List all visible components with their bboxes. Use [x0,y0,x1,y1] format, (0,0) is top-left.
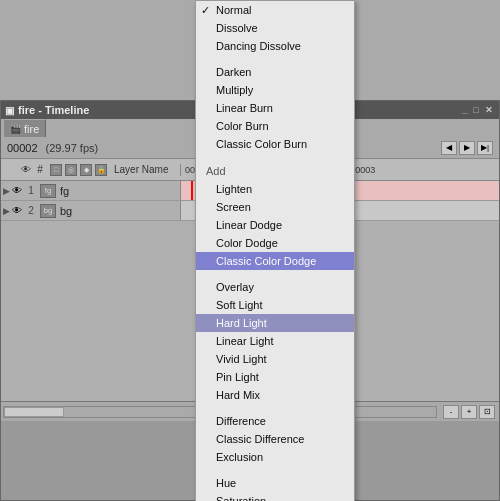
minimize-icon[interactable]: _ [461,105,470,115]
ruler-0003: 0003 [355,165,375,175]
menu-item-hard-light[interactable]: Hard Light [196,314,354,332]
eye-col-header: 👁 [21,164,31,175]
expand-arrow-1[interactable]: ▶ [3,186,10,196]
layer-icons-header: □ ◎ ◆ 🔒 [49,164,108,176]
timeline-title: fire - Timeline [18,104,89,116]
titlebar-icons: _ □ ✕ [461,105,495,115]
menu-item-hue[interactable]: Hue [196,474,354,492]
visibility-icon-1[interactable]: 👁 [12,185,22,196]
timeline-icon: ▣ [5,105,14,116]
menu-item-difference[interactable]: Difference [196,412,354,430]
separator-1 [196,55,354,63]
menu-item-darken[interactable]: Darken [196,63,354,81]
menu-item-color-burn[interactable]: Color Burn [196,117,354,135]
layer-header-left: 👁 # □ ◎ ◆ 🔒 Layer Name [1,164,181,176]
zoom-in-btn[interactable]: + [461,405,477,419]
menu-item-hard-mix[interactable]: Hard Mix [196,386,354,404]
tab-label: fire [24,123,39,135]
menu-item-classic-color-burn[interactable]: Classic Color Burn [196,135,354,153]
menu-item-dancing-dissolve[interactable]: Dancing Dissolve [196,37,354,55]
blend-mode-dropdown: Normal Dissolve Dancing Dissolve Darken … [195,0,355,501]
hash-col-header: # [33,164,47,175]
next-frame-btn[interactable]: ▶| [477,141,493,155]
maximize-icon[interactable]: □ [472,105,481,115]
frame-number: 00002 [7,142,38,154]
tab-icon: 🎬 [10,124,21,134]
expand-arrow-2[interactable]: ▶ [3,206,10,216]
fit-btn[interactable]: ⊡ [479,405,495,419]
separator-2 [196,153,354,161]
timeline-tab[interactable]: 🎬 fire [3,119,46,137]
layer-name-1: fg [60,185,69,197]
timeline-buttons: ◀ ▶ ▶| [441,141,493,155]
layer-type-icon-2: bg [40,204,56,218]
visibility-icon-2[interactable]: 👁 [12,205,22,216]
menu-item-saturation[interactable]: Saturation [196,492,354,501]
prev-frame-btn[interactable]: ◀ [441,141,457,155]
menu-item-soft-light[interactable]: Soft Light [196,296,354,314]
zoom-out-btn[interactable]: - [443,405,459,419]
menu-section-add: Add [196,161,354,180]
layer-number-2: 2 [24,205,38,216]
fps-display: (29.97 fps) [46,142,99,154]
menu-item-pin-light[interactable]: Pin Light [196,368,354,386]
icon-hdr2: ◎ [65,164,77,176]
menu-item-vivid-light[interactable]: Vivid Light [196,350,354,368]
icon-hdr3: ◆ [80,164,92,176]
menu-item-classic-difference[interactable]: Classic Difference [196,430,354,448]
menu-item-color-dodge[interactable]: Color Dodge [196,234,354,252]
menu-item-classic-color-dodge[interactable]: Classic Color Dodge [196,252,354,270]
layer-left-2: ▶ 👁 2 bg bg [1,201,181,220]
menu-item-multiply[interactable]: Multiply [196,81,354,99]
menu-item-linear-dodge[interactable]: Linear Dodge [196,216,354,234]
menu-item-dissolve[interactable]: Dissolve [196,19,354,37]
icon-hdr4: 🔒 [95,164,107,176]
layer-name-2: bg [60,205,72,217]
menu-item-linear-burn[interactable]: Linear Burn [196,99,354,117]
play-btn[interactable]: ▶ [459,141,475,155]
separator-4 [196,404,354,412]
menu-item-exclusion[interactable]: Exclusion [196,448,354,466]
separator-5 [196,466,354,474]
menu-item-linear-light[interactable]: Linear Light [196,332,354,350]
bottom-controls: - + ⊡ [439,405,499,419]
separator-3 [196,270,354,278]
layer-number-1: 1 [24,185,38,196]
menu-item-normal[interactable]: Normal [196,1,354,19]
layer-name-col-header: Layer Name [114,164,168,175]
playhead-line [191,181,193,200]
scrollbar-thumb[interactable] [4,407,64,417]
titlebar-left: ▣ fire - Timeline [5,104,89,116]
menu-item-lighten[interactable]: Lighten [196,180,354,198]
icon-hdr1: □ [50,164,62,176]
menu-item-overlay[interactable]: Overlay [196,278,354,296]
layer-type-icon-1: fg [40,184,56,198]
menu-item-screen[interactable]: Screen [196,198,354,216]
close-icon[interactable]: ✕ [483,105,495,115]
layer-left-1: ▶ 👁 1 fg fg [1,181,181,200]
